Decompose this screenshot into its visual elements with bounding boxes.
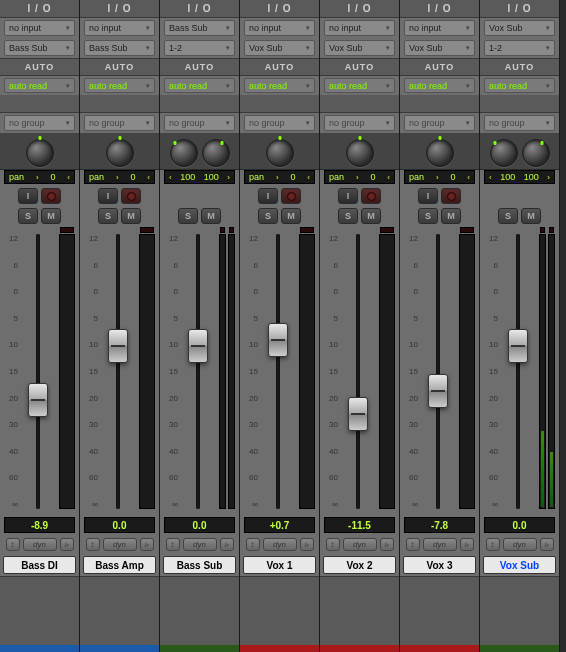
comments-area[interactable] [80,576,159,652]
mute-button[interactable]: M [361,208,381,224]
input-monitor-button[interactable]: I [338,188,358,204]
input-selector[interactable]: Bass Sub▾ [164,20,235,36]
track-name[interactable]: Vox Sub [483,556,556,574]
automation-mode[interactable]: auto read▾ [244,78,315,93]
fader-track[interactable] [340,230,375,513]
track-name[interactable]: Vox 1 [243,556,316,574]
output-win-left-icon[interactable]: ↕ [166,538,180,551]
output-win-left-icon[interactable]: ↕ [6,538,20,551]
clip-indicator[interactable] [300,227,314,233]
fader-cap[interactable] [108,329,128,363]
group-selector[interactable]: no group▾ [324,115,395,131]
mute-button[interactable]: M [201,208,221,224]
volume-readout[interactable]: 0.0 [84,517,155,533]
input-selector[interactable]: no input▾ [244,20,315,36]
output-selector[interactable]: Vox Sub▾ [324,40,395,56]
output-win-left-icon[interactable]: ↕ [406,538,420,551]
comments-area[interactable] [160,576,239,652]
fader-cap[interactable] [348,397,368,431]
input-selector[interactable]: no input▾ [324,20,395,36]
clip-indicator[interactable] [380,227,394,233]
clip-indicator[interactable] [460,227,474,233]
track-name[interactable]: Vox 3 [403,556,476,574]
delay-comp-button[interactable]: dyn [423,538,457,551]
group-selector[interactable]: no group▾ [404,115,475,131]
output-selector[interactable]: Bass Sub▾ [84,40,155,56]
output-selector[interactable]: 1-2▾ [164,40,235,56]
fader-track[interactable] [180,230,215,513]
volume-readout[interactable]: -11.5 [324,517,395,533]
pan-knob[interactable] [26,139,54,167]
output-win-right-icon[interactable]: ▹ [60,538,74,551]
track-color-bar[interactable] [240,645,319,652]
output-selector[interactable]: 1-2▾ [484,40,555,56]
mute-button[interactable]: M [41,208,61,224]
input-monitor-button[interactable]: I [258,188,278,204]
clip-indicator[interactable] [140,227,154,233]
pan-knob-right[interactable] [202,139,230,167]
output-win-left-icon[interactable]: ↕ [486,538,500,551]
pan-readout[interactable]: pan›0‹ [404,170,475,184]
solo-button[interactable]: S [98,208,118,224]
pan-readout[interactable]: ‹100100› [484,170,555,184]
input-monitor-button[interactable]: I [98,188,118,204]
clip-indicator[interactable] [229,227,234,233]
output-win-right-icon[interactable]: ▹ [300,538,314,551]
output-win-right-icon[interactable]: ▹ [220,538,234,551]
pan-knob[interactable] [106,139,134,167]
mute-button[interactable]: M [121,208,141,224]
group-selector[interactable]: no group▾ [244,115,315,131]
mute-button[interactable]: M [441,208,461,224]
record-enable-button[interactable] [441,188,461,204]
output-selector[interactable]: Vox Sub▾ [244,40,315,56]
delay-comp-button[interactable]: dyn [183,538,217,551]
solo-button[interactable]: S [178,208,198,224]
input-selector[interactable]: Vox Sub▾ [484,20,555,36]
automation-mode[interactable]: auto read▾ [484,78,555,93]
clip-indicator[interactable] [60,227,74,233]
track-color-bar[interactable] [320,645,399,652]
output-win-left-icon[interactable]: ↕ [86,538,100,551]
group-selector[interactable]: no group▾ [164,115,235,131]
comments-area[interactable] [240,576,319,652]
track-color-bar[interactable] [480,645,559,652]
record-enable-button[interactable] [281,188,301,204]
pan-readout[interactable]: pan›0‹ [4,170,75,184]
fader-track[interactable] [20,230,55,513]
mute-button[interactable]: M [281,208,301,224]
input-selector[interactable]: no input▾ [4,20,75,36]
pan-knob-left[interactable] [170,139,198,167]
track-color-bar[interactable] [160,645,239,652]
fader-track[interactable] [420,230,455,513]
volume-readout[interactable]: 0.0 [164,517,235,533]
comments-area[interactable] [320,576,399,652]
pan-readout[interactable]: pan›0‹ [84,170,155,184]
output-win-right-icon[interactable]: ▹ [460,538,474,551]
pan-knob[interactable] [266,139,294,167]
pan-readout[interactable]: ‹100100› [164,170,235,184]
group-selector[interactable]: no group▾ [4,115,75,131]
fader-cap[interactable] [268,323,288,357]
clip-indicator[interactable] [220,227,225,233]
pan-readout[interactable]: pan›0‹ [324,170,395,184]
fader-cap[interactable] [428,374,448,408]
delay-comp-button[interactable]: dyn [23,538,57,551]
volume-readout[interactable]: -7.8 [404,517,475,533]
output-selector[interactable]: Vox Sub▾ [404,40,475,56]
track-name[interactable]: Bass DI [3,556,76,574]
fader-cap[interactable] [508,329,528,363]
solo-button[interactable]: S [498,208,518,224]
automation-mode[interactable]: auto read▾ [84,78,155,93]
output-win-right-icon[interactable]: ▹ [140,538,154,551]
comments-area[interactable] [0,576,79,652]
track-name[interactable]: Vox 2 [323,556,396,574]
delay-comp-button[interactable]: dyn [263,538,297,551]
output-selector[interactable]: Bass Sub▾ [4,40,75,56]
fader-track[interactable] [100,230,135,513]
volume-readout[interactable]: -8.9 [4,517,75,533]
track-color-bar[interactable] [0,645,79,652]
track-color-bar[interactable] [80,645,159,652]
fader-track[interactable] [500,230,535,513]
pan-knob[interactable] [426,139,454,167]
record-enable-button[interactable] [361,188,381,204]
